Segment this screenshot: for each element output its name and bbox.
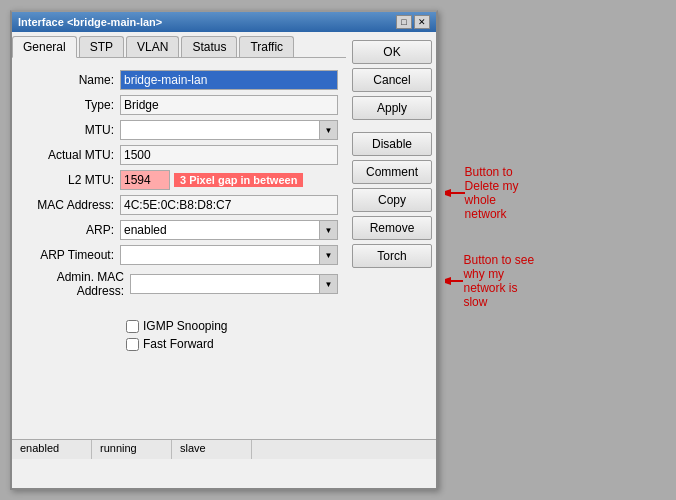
status-enabled: enabled	[12, 440, 92, 459]
restore-button[interactable]: □	[396, 15, 412, 29]
status-bar: enabled running slave	[12, 439, 436, 459]
mtu-input[interactable]	[121, 121, 319, 139]
admin-mac-label: Admin. MAC Address:	[20, 270, 130, 298]
name-label: Name:	[20, 73, 120, 87]
status-slave: slave	[172, 440, 252, 459]
name-input[interactable]	[120, 70, 338, 90]
name-row: Name:	[20, 70, 338, 90]
tab-general[interactable]: General	[12, 36, 77, 58]
l2-mtu-label: L2 MTU:	[20, 173, 120, 187]
torch-button[interactable]: Torch	[352, 244, 432, 268]
arp-timeout-input[interactable]	[121, 246, 319, 264]
arp-label: ARP:	[20, 223, 120, 237]
remove-annotation: Button to Delete my whole network	[445, 165, 537, 221]
torch-arrow-icon	[445, 271, 463, 291]
actual-mtu-label: Actual MTU:	[20, 148, 120, 162]
type-input	[120, 95, 338, 115]
arp-input[interactable]	[121, 221, 319, 239]
tab-traffic[interactable]: Traffic	[239, 36, 294, 57]
type-row: Type:	[20, 95, 338, 115]
remove-annotation-text: Button to Delete my whole network	[465, 165, 537, 221]
admin-mac-dropdown[interactable]: ▼	[130, 274, 338, 294]
type-label: Type:	[20, 98, 120, 112]
apply-button[interactable]: Apply	[352, 96, 432, 120]
mtu-label: MTU:	[20, 123, 120, 137]
window-title: Interface <bridge-main-lan>	[18, 16, 162, 28]
mac-address-label: MAC Address:	[20, 198, 120, 212]
arp-dropdown-arrow[interactable]: ▼	[319, 221, 337, 239]
arp-timeout-dropdown[interactable]: ▼	[120, 245, 338, 265]
arp-timeout-row: ARP Timeout: ▼	[20, 245, 338, 265]
title-bar: Interface <bridge-main-lan> □ ✕	[12, 12, 436, 32]
left-panel: General STP VLAN Status Traffic Name:	[12, 32, 346, 359]
ok-button[interactable]: OK	[352, 40, 432, 64]
form-area: Name: Type: MTU:	[12, 66, 346, 359]
close-button[interactable]: ✕	[414, 15, 430, 29]
admin-mac-input[interactable]	[131, 275, 319, 293]
cancel-button[interactable]: Cancel	[352, 68, 432, 92]
copy-button[interactable]: Copy	[352, 188, 432, 212]
l2-mtu-input[interactable]	[120, 170, 170, 190]
remove-arrow-icon	[445, 183, 465, 203]
tabs-bar: General STP VLAN Status Traffic	[12, 32, 346, 58]
actual-mtu-input	[120, 145, 338, 165]
mtu-dropdown-arrow[interactable]: ▼	[319, 121, 337, 139]
remove-button[interactable]: Remove	[352, 216, 432, 240]
arp-timeout-dropdown-arrow[interactable]: ▼	[319, 246, 337, 264]
title-bar-controls: □ ✕	[396, 15, 430, 29]
torch-annotation: Button to see why my network is slow	[445, 253, 537, 309]
tab-vlan[interactable]: VLAN	[126, 36, 179, 57]
annotation-area: Button to Delete my whole network Button…	[445, 165, 537, 309]
mac-address-input	[120, 195, 338, 215]
right-panel: OK Cancel Apply Disable Comment Copy Rem…	[346, 32, 436, 359]
window-body: General STP VLAN Status Traffic Name:	[12, 32, 436, 359]
mtu-row: MTU: ▼	[20, 120, 338, 140]
l2-mtu-row: L2 MTU: 3 Pixel gap in between	[20, 170, 338, 190]
fast-forward-checkbox[interactable]	[126, 338, 139, 351]
disable-button[interactable]: Disable	[352, 132, 432, 156]
pixel-gap-label: 3 Pixel gap in between	[174, 173, 303, 187]
actual-mtu-row: Actual MTU:	[20, 145, 338, 165]
arp-row: ARP: ▼	[20, 220, 338, 240]
arp-timeout-label: ARP Timeout:	[20, 248, 120, 262]
tab-stp[interactable]: STP	[79, 36, 124, 57]
igmp-checkbox[interactable]	[126, 320, 139, 333]
comment-button[interactable]: Comment	[352, 160, 432, 184]
igmp-row: IGMP Snooping	[20, 319, 338, 333]
fast-forward-label: Fast Forward	[143, 337, 214, 351]
tab-status[interactable]: Status	[181, 36, 237, 57]
mac-address-row: MAC Address:	[20, 195, 338, 215]
admin-mac-row: Admin. MAC Address: ▼	[20, 270, 338, 298]
mtu-dropdown[interactable]: ▼	[120, 120, 338, 140]
torch-annotation-text: Button to see why my network is slow	[463, 253, 537, 309]
admin-mac-dropdown-arrow[interactable]: ▼	[319, 275, 337, 293]
status-running: running	[92, 440, 172, 459]
interface-window: Interface <bridge-main-lan> □ ✕ General …	[10, 10, 438, 490]
fast-forward-row: Fast Forward	[20, 337, 338, 351]
arp-dropdown[interactable]: ▼	[120, 220, 338, 240]
igmp-label: IGMP Snooping	[143, 319, 228, 333]
